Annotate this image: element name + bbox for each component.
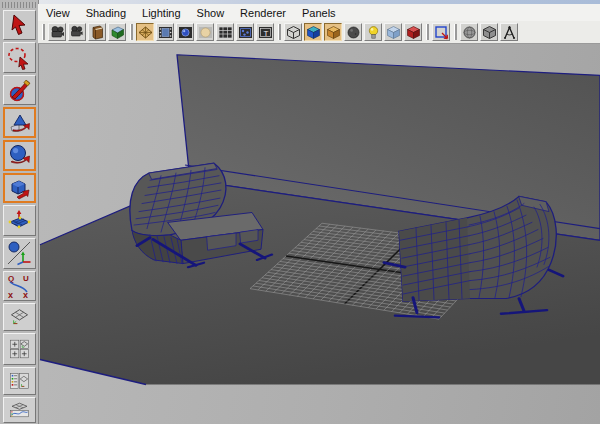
panel-menu-bar: View Shading Lighting Show Renderer Pane… [38,4,600,22]
measure-tool-icon[interactable] [500,23,518,41]
default-light-bulb-icon[interactable] [364,23,382,41]
move-tool-button[interactable] [3,107,36,138]
wireframe-cube-icon[interactable] [284,23,302,41]
outliner-pane-icon [10,369,29,393]
lasso-icon [6,44,32,70]
safe-title-glyph: T [263,28,268,37]
curve-edit-icon: Q U x x [6,273,32,299]
move-tool-icon [7,111,31,135]
scale-tool-icon [7,176,31,200]
camera-attributes-icon[interactable] [68,23,86,41]
camera-icon[interactable] [48,23,66,41]
default-material-cube-icon[interactable] [404,23,422,41]
film-gate-icon[interactable] [156,23,174,41]
menu-lighting[interactable]: Lighting [134,6,189,20]
persp-graph-layout-button[interactable] [3,397,36,423]
perspective-viewport[interactable] [39,44,600,424]
curve-edit-tool-button[interactable]: Q U x x [3,271,36,302]
rotate-tool-button[interactable] [3,140,36,171]
bounding-box-cube-icon[interactable] [480,23,498,41]
field-chart-icon[interactable] [216,23,234,41]
menu-renderer[interactable]: Renderer [232,6,294,20]
select-tool-button[interactable] [3,10,36,41]
lasso-select-tool-button[interactable] [3,42,36,73]
menu-show[interactable]: Show [189,6,233,20]
paint-select-tool-button[interactable] [3,75,36,106]
menu-panels[interactable]: Panels [294,6,344,20]
last-tool-icon [6,240,32,266]
scale-tool-button[interactable] [3,173,36,204]
persp-outliner-layout-button[interactable] [3,367,36,395]
toolbar-separator[interactable] [128,23,134,41]
use-all-lights-sphere-icon[interactable] [344,23,362,41]
toolbar-separator[interactable] [276,23,282,41]
graph-pane-icon [10,399,29,421]
toolbar-separator[interactable] [40,23,46,41]
gate-mask-icon[interactable] [196,23,214,41]
universal-manipulator-icon [6,208,32,234]
curve-tool-glyph-u: U [23,274,29,283]
universal-manipulator-tool-button[interactable] [3,205,36,236]
select-arrow-icon [6,12,32,38]
rotate-tool-icon [7,143,31,167]
single-perspective-layout-button[interactable] [3,303,36,331]
curve-tool-glyph-x1: x [8,290,13,299]
textured-cube-icon[interactable] [324,23,342,41]
four-view-layout-button[interactable] [3,333,36,365]
panel-icon-toolbar: T [38,21,600,44]
viewport-canvas[interactable] [39,44,600,424]
image-plane-icon[interactable] [108,23,126,41]
four-pane-icon [10,335,29,363]
xray-sphere-icon[interactable] [460,23,478,41]
toolbar-separator[interactable] [424,23,430,41]
paint-brush-icon [6,77,32,103]
toolbox-drag-handle[interactable] [2,2,36,8]
curve-tool-glyph-q: Q [8,274,14,283]
menu-shading[interactable]: Shading [78,6,134,20]
toolbar-separator[interactable] [452,23,458,41]
grid-lattice-icon[interactable] [136,23,154,41]
single-pane-icon [10,305,29,329]
bookmark-book-icon[interactable] [88,23,106,41]
smooth-shaded-cube-icon[interactable] [304,23,322,41]
safe-action-icon[interactable] [236,23,254,41]
toolbox-sidebar: Q U x x [0,0,39,424]
safe-title-icon[interactable]: T [256,23,274,41]
last-tool-used-button[interactable] [3,238,36,269]
flat-shaded-cube-icon[interactable] [384,23,402,41]
frame-selection-icon[interactable] [432,23,450,41]
menu-view[interactable]: View [38,6,78,20]
resolution-gate-icon[interactable] [176,23,194,41]
